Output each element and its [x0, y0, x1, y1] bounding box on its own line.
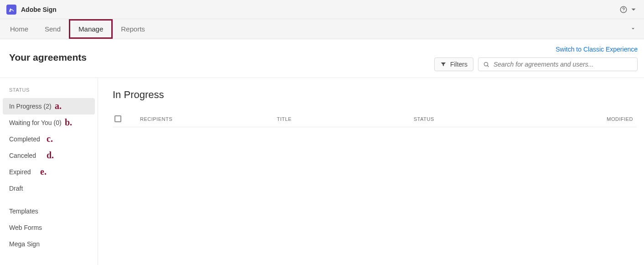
topbar-right	[619, 5, 638, 14]
sidebar-item-label: Draft	[9, 185, 23, 192]
search-icon	[483, 61, 490, 68]
subheader: Your agreements Switch to Classic Experi…	[0, 39, 644, 78]
sidebar-item-canceled[interactable]: Canceled d.	[3, 147, 95, 164]
filter-icon	[440, 61, 447, 68]
sidebar-item-draft[interactable]: Draft	[3, 180, 95, 197]
annotation-e: e.	[40, 166, 47, 177]
content-title: In Progress	[113, 89, 637, 101]
sidebar-item-templates[interactable]: Templates	[3, 203, 95, 219]
app-name: Adobe Sign	[21, 6, 57, 13]
sidebar-status-heading: STATUS	[3, 83, 95, 98]
search-box[interactable]	[478, 57, 638, 71]
caret-down-icon	[630, 26, 636, 31]
annotation-a: a.	[55, 101, 62, 111]
sidebar-item-expired[interactable]: Expired e.	[3, 164, 95, 180]
topbar-left: Adobe Sign	[6, 5, 57, 15]
content: In Progress RECIPIENTS TITLE STATUS MODI…	[98, 78, 644, 265]
nav-reports[interactable]: Reports	[113, 19, 153, 39]
sidebar-item-label: Waiting for You (0)	[9, 119, 62, 126]
topbar: Adobe Sign	[0, 0, 644, 19]
adobe-sign-icon	[8, 6, 15, 13]
col-status-header[interactable]: STATUS	[414, 116, 587, 122]
sidebar-item-in-progress[interactable]: In Progress (2) a.	[3, 98, 95, 114]
nav-items: Home Send Manage Reports	[2, 19, 153, 39]
page-title: Your agreements	[9, 46, 87, 63]
nav-manage[interactable]: Manage	[69, 19, 113, 39]
col-check	[113, 115, 140, 122]
table-head: RECIPIENTS TITLE STATUS MODIFIED	[113, 112, 637, 127]
col-modified-header[interactable]: MODIFIED	[587, 116, 637, 122]
tool-row: Filters	[434, 57, 638, 71]
main: STATUS In Progress (2) a. Waiting for Yo…	[0, 78, 644, 265]
right-tools: Switch to Classic Experience Filters	[434, 46, 638, 71]
sidebar-item-web-forms[interactable]: Web Forms	[3, 219, 95, 236]
sidebar-other-group: Templates Web Forms Mega Sign	[3, 197, 95, 252]
filters-label: Filters	[450, 61, 467, 68]
svg-point-1	[623, 11, 623, 11]
help-icon	[619, 5, 628, 14]
help-button[interactable]	[619, 5, 638, 14]
sidebar: STATUS In Progress (2) a. Waiting for Yo…	[0, 78, 98, 265]
sidebar-item-label: Expired	[9, 168, 31, 176]
annotation-c: c.	[47, 134, 53, 144]
app-logo	[6, 5, 16, 15]
sidebar-item-label: In Progress (2)	[9, 103, 52, 110]
svg-point-2	[484, 62, 488, 66]
classic-experience-link[interactable]: Switch to Classic Experience	[556, 46, 638, 53]
svg-line-3	[488, 65, 489, 67]
sidebar-item-label: Canceled	[9, 152, 36, 159]
sidebar-item-mega-sign[interactable]: Mega Sign	[3, 236, 95, 252]
filters-button[interactable]: Filters	[434, 57, 473, 71]
caret-down-icon	[629, 5, 638, 14]
nav-home[interactable]: Home	[2, 19, 36, 39]
nav-overflow-button[interactable]	[630, 25, 636, 33]
sidebar-item-waiting[interactable]: Waiting for You (0) b.	[3, 114, 95, 131]
annotation-d: d.	[47, 150, 54, 161]
col-recipients-header[interactable]: RECIPIENTS	[140, 116, 277, 122]
nav-send[interactable]: Send	[36, 19, 69, 39]
nav-right	[630, 19, 642, 39]
annotation-b: b.	[65, 117, 72, 128]
navbar: Home Send Manage Reports	[0, 19, 644, 39]
sidebar-item-label: Completed	[9, 135, 40, 143]
select-all-checkbox[interactable]	[114, 115, 121, 122]
sidebar-item-completed[interactable]: Completed c.	[3, 131, 95, 147]
col-title-header[interactable]: TITLE	[277, 116, 414, 122]
search-input[interactable]	[493, 61, 633, 68]
